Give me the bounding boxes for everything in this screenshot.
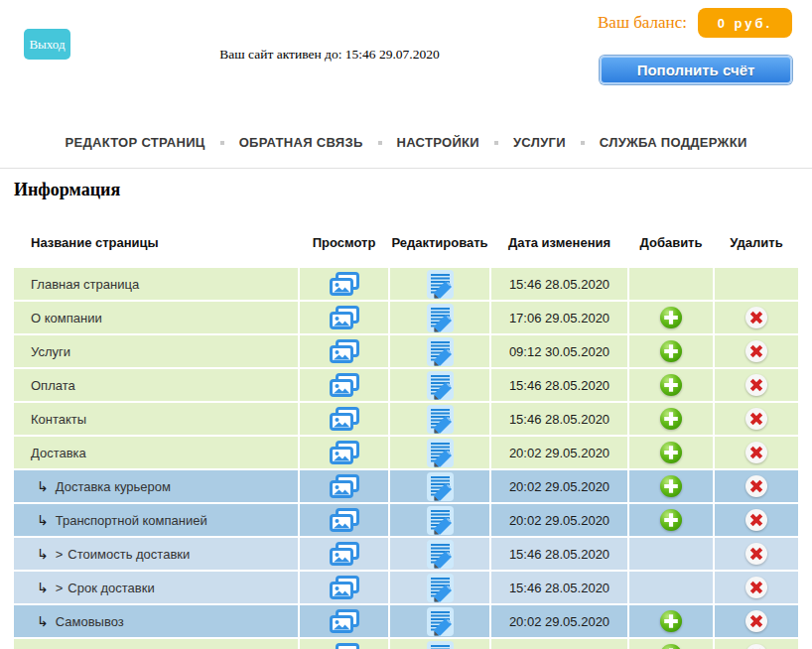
delete-cell bbox=[715, 403, 798, 435]
preview-cell bbox=[300, 302, 388, 333]
preview-images-icon[interactable] bbox=[329, 272, 360, 297]
edit-page-icon[interactable] bbox=[427, 506, 454, 535]
edit-page-icon[interactable] bbox=[427, 371, 454, 400]
edit-page-icon[interactable] bbox=[427, 607, 454, 636]
nav-item-settings[interactable]: НАСТРОЙКИ bbox=[397, 135, 479, 150]
nav-item-feedback[interactable]: ОБРАТНАЯ СВЯЗЬ bbox=[239, 135, 363, 150]
modified-date: 15:46 28.05.2020 bbox=[491, 538, 627, 570]
delete-cell bbox=[715, 268, 798, 300]
modified-date: 20:02 29.05.2020 bbox=[491, 437, 627, 468]
add-page-icon[interactable] bbox=[659, 407, 683, 431]
delete-page-icon[interactable] bbox=[744, 441, 768, 464]
delete-page-icon[interactable] bbox=[744, 508, 768, 532]
edit-page-icon[interactable] bbox=[427, 641, 454, 649]
preview-images-icon[interactable] bbox=[329, 609, 360, 634]
preview-cell bbox=[300, 268, 388, 300]
subpage-arrow-icon: ↳ bbox=[37, 613, 49, 629]
nav-item-support[interactable]: СЛУЖБА ПОДДЕРЖКИ bbox=[600, 135, 747, 150]
nav-item-services[interactable]: УСЛУГИ bbox=[513, 135, 566, 150]
table-row: Оплата bbox=[14, 369, 798, 401]
preview-images-icon[interactable] bbox=[329, 407, 360, 432]
level2-mark: > bbox=[56, 547, 64, 562]
subpage-arrow-icon: ↳ bbox=[37, 478, 49, 494]
edit-cell bbox=[390, 302, 489, 333]
page-name: Транспортной компанией bbox=[56, 513, 207, 528]
add-page-icon[interactable] bbox=[659, 643, 683, 649]
edit-page-icon[interactable] bbox=[427, 574, 454, 602]
preview-cell bbox=[300, 369, 388, 401]
delete-cell bbox=[715, 335, 798, 367]
table-row: ↳ Транспортной компанией bbox=[14, 504, 798, 536]
delete-page-icon[interactable] bbox=[744, 542, 768, 566]
page-name-cell: Оплата bbox=[14, 369, 298, 401]
table-row: ↳ > Стоимость доставки bbox=[14, 538, 798, 570]
delete-cell bbox=[715, 437, 798, 468]
add-cell bbox=[629, 268, 713, 300]
delete-page-icon[interactable] bbox=[744, 306, 768, 329]
balance-value-button[interactable]: 0 руб. bbox=[698, 8, 792, 38]
preview-images-icon[interactable] bbox=[329, 373, 360, 398]
add-page-icon[interactable] bbox=[659, 609, 683, 633]
preview-images-icon[interactable] bbox=[329, 339, 360, 364]
preview-images-icon[interactable] bbox=[329, 508, 360, 533]
preview-images-icon[interactable] bbox=[329, 306, 360, 330]
edit-page-icon[interactable] bbox=[427, 472, 454, 501]
delete-page-icon[interactable] bbox=[744, 339, 768, 363]
delete-page-icon[interactable] bbox=[744, 407, 768, 431]
page-name: О компании bbox=[31, 311, 102, 325]
subpage-arrow-icon: ↳ bbox=[37, 580, 49, 595]
edit-page-icon[interactable] bbox=[427, 439, 454, 467]
subpage-arrow-icon: ↳ bbox=[37, 546, 49, 562]
modified-date: 09:12 30.05.2020 bbox=[491, 335, 627, 367]
topup-account-button[interactable]: Пополнить счёт bbox=[600, 56, 792, 84]
add-page-icon[interactable] bbox=[659, 339, 683, 363]
preview-cell bbox=[300, 470, 388, 502]
preview-images-icon[interactable] bbox=[329, 542, 360, 567]
page-name-cell: Услуги bbox=[14, 335, 298, 367]
add-cell bbox=[629, 639, 713, 649]
add-cell bbox=[629, 369, 713, 401]
delete-page-icon[interactable] bbox=[744, 609, 768, 633]
preview-images-icon[interactable] bbox=[329, 474, 360, 499]
page-name-cell: ↳ > Стоимость доставки bbox=[14, 538, 298, 570]
add-cell bbox=[629, 437, 713, 468]
modified-date bbox=[491, 639, 627, 649]
edit-page-icon[interactable] bbox=[427, 270, 454, 299]
edit-cell bbox=[390, 403, 489, 435]
delete-cell bbox=[715, 538, 798, 570]
edit-page-icon[interactable] bbox=[427, 540, 454, 569]
edit-page-icon[interactable] bbox=[427, 304, 454, 332]
delete-page-icon[interactable] bbox=[744, 474, 768, 498]
add-page-icon[interactable] bbox=[659, 306, 683, 329]
preview-images-icon[interactable] bbox=[329, 576, 360, 600]
add-page-icon[interactable] bbox=[659, 373, 683, 397]
modified-date: 20:02 29.05.2020 bbox=[491, 504, 627, 536]
nav-item-page-editor[interactable]: РЕДАКТОР СТРАНИЦ bbox=[65, 135, 204, 150]
add-page-icon[interactable] bbox=[659, 474, 683, 498]
edit-page-icon[interactable] bbox=[427, 405, 454, 434]
page-name-cell bbox=[14, 639, 298, 649]
preview-cell bbox=[300, 538, 388, 570]
edit-cell bbox=[390, 268, 489, 300]
column-header-name: Название страницы bbox=[14, 235, 298, 251]
preview-images-icon[interactable] bbox=[329, 643, 360, 649]
table-row: Главная страница bbox=[14, 268, 798, 300]
page-name-cell: Доставка bbox=[14, 437, 298, 468]
edit-page-icon[interactable] bbox=[427, 337, 454, 366]
add-page-icon[interactable] bbox=[659, 441, 683, 464]
preview-cell bbox=[300, 639, 388, 649]
delete-page-icon[interactable] bbox=[744, 643, 768, 649]
page-name-cell: Главная страница bbox=[14, 268, 298, 300]
level2-mark: > bbox=[56, 581, 64, 595]
delete-page-icon[interactable] bbox=[744, 373, 768, 397]
main-nav: РЕДАКТОР СТРАНИЦ ОБРАТНАЯ СВЯЗЬ НАСТРОЙК… bbox=[0, 135, 812, 150]
add-page-icon[interactable] bbox=[659, 508, 683, 532]
add-cell bbox=[629, 538, 713, 570]
preview-images-icon[interactable] bbox=[329, 441, 360, 465]
delete-page-icon[interactable] bbox=[744, 576, 768, 599]
edit-cell bbox=[390, 470, 489, 502]
pages-table: Название страницы Просмотр Редактировать… bbox=[14, 220, 798, 649]
page-name: Главная страница bbox=[31, 277, 139, 292]
table-row: Доставка bbox=[14, 437, 798, 468]
edit-cell bbox=[390, 335, 489, 367]
